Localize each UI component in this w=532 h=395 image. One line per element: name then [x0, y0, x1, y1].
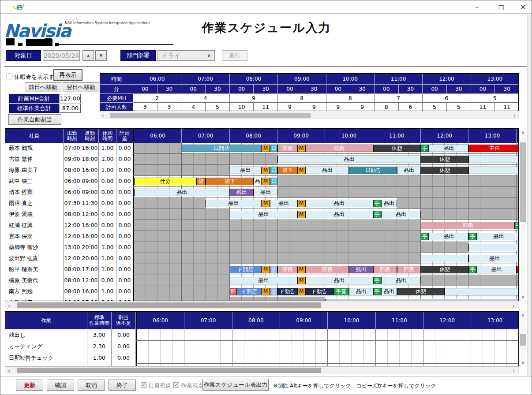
- schedule-segment[interactable]: 品出: [349, 288, 373, 295]
- planned-people-cell[interactable]: 9: [302, 103, 326, 111]
- schedule-segment[interactable]: M: [297, 277, 305, 284]
- planned-people-cell[interactable]: 10: [230, 103, 254, 111]
- staff-table-hscrollbar[interactable]: ‹ ›: [5, 301, 519, 309]
- staff-view-checkbox[interactable]: ✓: [141, 382, 146, 388]
- schedule-segment[interactable]: 残出: [230, 189, 254, 196]
- schedule-segment[interactable]: 品出: [429, 233, 468, 240]
- required-mh-cell[interactable]: 9: [230, 94, 278, 103]
- schedule-segment[interactable]: 品出: [230, 277, 298, 284]
- planned-people-cell[interactable]: 8: [375, 103, 399, 111]
- schedule-segment[interactable]: 部責: [277, 266, 297, 273]
- redisplay-button[interactable]: 再表示: [53, 69, 82, 81]
- planned-people-cell[interactable]: 6: [399, 103, 423, 111]
- scrollbar-thumb[interactable]: [520, 142, 526, 222]
- schedule-segment[interactable]: 手直: [515, 222, 519, 229]
- gantt-row[interactable]: 品出休憩: [133, 154, 519, 164]
- scrollbar-thumb[interactable]: [17, 302, 321, 308]
- schedule-segment[interactable]: M: [297, 211, 305, 218]
- window-minimize-button[interactable]: –: [469, 2, 484, 12]
- gantt-row[interactable]: 品出M日配値下M品出日勧告品出休憩: [133, 165, 519, 175]
- schedule-segment[interactable]: 日配: [270, 167, 277, 174]
- scroll-up-icon[interactable]: ∧: [519, 130, 527, 135]
- schedule-segment[interactable]: ド開店: [230, 266, 261, 273]
- schedule-segment[interactable]: M: [261, 200, 270, 207]
- scroll-right-icon[interactable]: ›: [513, 302, 515, 309]
- gantt-row[interactable]: 部責ド開店Mド開店ド勧告Mド勧告手直品出手直品出休憩: [133, 286, 519, 297]
- task-gantt-row[interactable]: [136, 352, 519, 363]
- schedule-segment[interactable]: 品出: [206, 200, 261, 207]
- gantt-row[interactable]: 日開店M日配部責M部責休憩手直品出主任: [133, 143, 519, 153]
- gantt-row[interactable]: [133, 297, 519, 301]
- planned-people-cell[interactable]: 3: [133, 103, 157, 111]
- schedule-segment[interactable]: M: [297, 288, 305, 295]
- schedule-segment[interactable]: 品出: [230, 211, 298, 218]
- task-gantt-row[interactable]: [136, 341, 519, 352]
- schedule-segment[interactable]: 品出: [477, 233, 519, 240]
- schedule-segment[interactable]: 品出: [305, 277, 373, 284]
- scroll-down-icon[interactable]: ∨: [519, 360, 527, 365]
- schedule-segment[interactable]: 部責: [373, 266, 397, 273]
- schedule-segment[interactable]: 品出: [305, 211, 373, 218]
- schedule-segment[interactable]: ド勧告: [305, 288, 333, 295]
- gantt-row[interactable]: 品出: [133, 253, 519, 264]
- schedule-segment[interactable]: 手直: [333, 288, 349, 295]
- required-mh-cell[interactable]: 5: [471, 94, 519, 103]
- schedule-segment[interactable]: 値下: [277, 167, 297, 174]
- department-select[interactable]: ドライ ∨: [157, 50, 215, 61]
- scroll-left-icon[interactable]: ‹: [8, 302, 10, 309]
- gantt-row[interactable]: 部責手直: [133, 220, 519, 231]
- planned-people-cell[interactable]: 5: [447, 103, 471, 111]
- planned-people-cell[interactable]: 4: [181, 103, 206, 111]
- schedule-segment[interactable]: 品出: [230, 167, 261, 174]
- schedule-segment[interactable]: 手直: [373, 277, 381, 284]
- exit-button[interactable]: 終了: [109, 380, 136, 391]
- scrollbar-thumb[interactable]: [110, 113, 311, 118]
- top-table-hscrollbar[interactable]: ‹ ›: [100, 112, 519, 119]
- schedule-segment[interactable]: 部責: [230, 288, 237, 295]
- schedule-segment[interactable]: M: [297, 266, 305, 273]
- gantt-row[interactable]: 品出M品出手直品出: [133, 275, 519, 286]
- scrollbar-thumb[interactable]: [17, 368, 321, 373]
- planned-people-cell[interactable]: 5: [206, 103, 230, 111]
- required-mh-cell[interactable]: 6: [423, 94, 471, 103]
- execute-button[interactable]: 実行: [222, 50, 247, 61]
- schedule-segment[interactable]: 休憩: [373, 145, 421, 152]
- schedule-segment[interactable]: ド開店: [270, 288, 277, 295]
- scroll-left-icon[interactable]: ‹: [8, 368, 10, 374]
- auto-assign-button[interactable]: 作業自動割当: [8, 114, 61, 125]
- schedule-segment[interactable]: 値下: [196, 178, 206, 185]
- schedule-segment[interactable]: 手直: [373, 288, 381, 295]
- date-down-button[interactable]: ▼: [95, 50, 107, 61]
- schedule-segment[interactable]: 品出: [305, 200, 373, 207]
- update-button[interactable]: 更新: [16, 380, 43, 391]
- schedule-segment[interactable]: M: [297, 200, 305, 207]
- schedule-segment[interactable]: M: [261, 167, 270, 174]
- schedule-segment[interactable]: 主任: [468, 145, 519, 152]
- schedule-segment[interactable]: 品出: [277, 156, 421, 163]
- task-table-vscrollbar[interactable]: ∧ ∨: [519, 311, 526, 366]
- schedule-segment[interactable]: 残出: [349, 266, 373, 273]
- task-gantt-row[interactable]: [136, 329, 519, 340]
- scroll-up-icon[interactable]: ∧: [519, 313, 527, 317]
- schedule-segment[interactable]: 休憩: [397, 288, 445, 295]
- schedule-segment[interactable]: M: [261, 178, 270, 185]
- gantt-row[interactable]: [133, 242, 519, 253]
- target-date-field[interactable]: 2020/05/24: [43, 50, 80, 61]
- required-mh-cell[interactable]: 4: [181, 94, 229, 103]
- cancel-button[interactable]: 取消: [78, 380, 105, 391]
- schedule-segment[interactable]: 日配: [270, 145, 277, 152]
- schedule-segment[interactable]: [421, 255, 468, 262]
- gantt-row[interactable]: 品出M品出手直品出: [133, 209, 519, 220]
- schedule-segment[interactable]: 品出: [381, 277, 421, 284]
- task-view-checkbox[interactable]: ✓: [173, 382, 179, 388]
- export-schedule-button[interactable]: 作業スケジュール表出力: [202, 379, 269, 391]
- schedule-segment[interactable]: 品出: [429, 145, 468, 152]
- schedule-segment[interactable]: 日配: [270, 178, 277, 185]
- schedule-segment[interactable]: [468, 244, 519, 251]
- schedule-segment[interactable]: 品出: [397, 167, 421, 174]
- schedule-segment[interactable]: 手直: [421, 145, 429, 152]
- schedule-segment[interactable]: 手直: [468, 233, 476, 240]
- schedule-segment[interactable]: 品出: [381, 211, 421, 218]
- schedule-segment[interactable]: 品出: [381, 288, 397, 295]
- schedule-segment[interactable]: 品出: [468, 255, 519, 262]
